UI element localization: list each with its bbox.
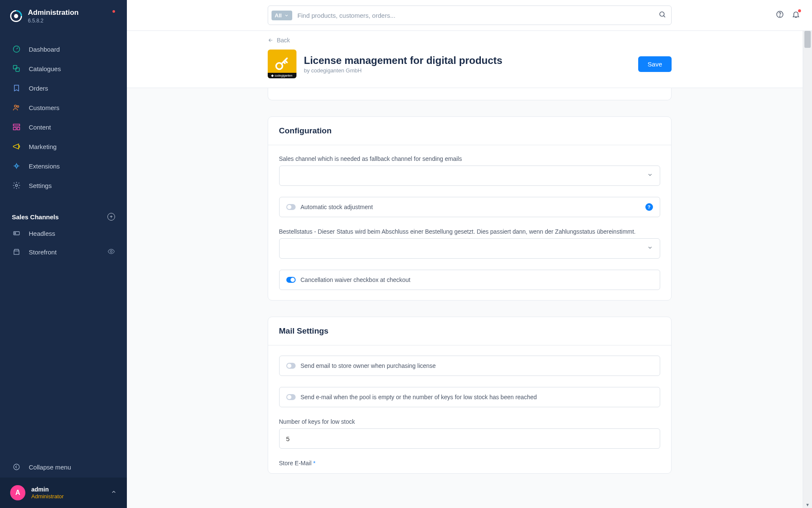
pool-empty-label: Send e-mail when the pool is empty or th… <box>301 394 537 400</box>
nav-label: Catalogues <box>29 65 61 72</box>
collapse-label: Collapse menu <box>29 464 71 471</box>
svg-rect-10 <box>16 165 18 167</box>
svg-point-17 <box>660 12 664 17</box>
page-subtitle: by codegiganten GmbH <box>304 67 502 74</box>
search-filter-button[interactable]: All <box>272 11 293 20</box>
auto-stock-toggle[interactable] <box>286 204 296 210</box>
nav-label: Settings <box>29 182 52 189</box>
back-label: Back <box>277 37 290 44</box>
notification-dot-icon <box>798 9 801 12</box>
storefront-icon <box>12 247 21 257</box>
help-icon[interactable] <box>776 10 784 20</box>
scroll-down-icon[interactable]: ▼ <box>803 502 812 507</box>
channel-label: Storefront <box>29 248 57 256</box>
nav-label: Extensions <box>29 163 60 170</box>
scrollbar-thumb[interactable] <box>804 31 811 48</box>
dashboard-icon <box>12 44 21 54</box>
nav-item-extensions[interactable]: Extensions <box>0 156 127 176</box>
search-box: All <box>268 6 672 25</box>
sales-channel-storefront[interactable]: Storefront <box>0 243 127 261</box>
sales-channel-headless[interactable]: Headless <box>0 224 127 243</box>
settings-icon <box>12 181 21 190</box>
search-filter-label: All <box>275 12 282 19</box>
nav-label: Customers <box>29 104 60 111</box>
svg-rect-8 <box>14 127 16 130</box>
user-role: Administrator <box>31 493 64 500</box>
nav-item-settings[interactable]: Settings <box>0 176 127 195</box>
order-status-label: Bestellstatus - Dieser Status wird beim … <box>279 228 660 235</box>
nav-item-orders[interactable]: Orders <box>0 78 127 98</box>
channel-label: Headless <box>29 230 55 237</box>
search-icon[interactable] <box>658 11 666 20</box>
nav-item-marketing[interactable]: Marketing <box>0 137 127 156</box>
sales-channels-header: Sales Channels + <box>0 207 127 224</box>
card-title: Configuration <box>268 117 671 145</box>
nav-item-dashboard[interactable]: Dashboard <box>0 39 127 59</box>
nav-label: Orders <box>29 85 48 92</box>
cancel-waiver-row: Cancellation waiver checkbox at checkout <box>279 270 660 290</box>
sidebar-header: Administration 6.5.8.2 <box>0 0 127 30</box>
key-icon <box>274 55 291 72</box>
chevron-down-icon <box>284 13 289 18</box>
plugin-badge: ◆codegiganten <box>268 73 296 78</box>
sidebar-nav: Dashboard Catalogues Orders Customers Co… <box>0 39 127 195</box>
stub-field <box>278 88 661 92</box>
owner-email-label: Send email to store owner when purchasin… <box>301 362 436 369</box>
sales-channel-select[interactable] <box>279 166 660 186</box>
chevron-down-icon <box>647 172 653 179</box>
sidebar-version: 6.5.8.2 <box>28 18 79 24</box>
nav-label: Dashboard <box>29 46 60 53</box>
add-sales-channel-button[interactable]: + <box>107 213 115 221</box>
low-stock-input[interactable] <box>279 428 660 449</box>
owner-email-toggle[interactable] <box>286 363 296 369</box>
extensions-icon <box>12 161 21 171</box>
search-input[interactable] <box>297 12 658 19</box>
svg-point-15 <box>110 250 112 252</box>
user-menu-button[interactable]: A admin Administrator <box>0 478 127 508</box>
svg-rect-4 <box>16 68 19 71</box>
nav-item-content[interactable]: Content <box>0 117 127 137</box>
topbar: All <box>127 0 812 31</box>
eye-icon[interactable] <box>107 248 115 257</box>
avatar: A <box>10 485 25 500</box>
owner-email-row: Send email to store owner when purchasin… <box>279 356 660 376</box>
configuration-card: Configuration Sales channel which is nee… <box>268 116 672 301</box>
cancel-waiver-toggle[interactable] <box>286 277 296 283</box>
order-status-select[interactable] <box>279 238 660 259</box>
back-button[interactable]: Back <box>268 37 672 44</box>
main: All Back <box>127 0 812 508</box>
notifications-icon[interactable] <box>792 10 800 20</box>
page-header: Back ◆codegiganten License management fo… <box>127 31 812 88</box>
svg-point-1 <box>14 14 18 18</box>
card-title: Mail Settings <box>268 317 671 345</box>
auto-stock-label: Automatic stock adjustment <box>301 204 373 210</box>
svg-point-11 <box>16 185 18 187</box>
svg-point-19 <box>779 16 780 17</box>
svg-rect-3 <box>14 66 17 69</box>
page-title: License management for digital products <box>304 55 502 66</box>
previous-card-stub <box>268 88 672 100</box>
nav-item-customers[interactable]: Customers <box>0 98 127 117</box>
svg-rect-13 <box>15 233 16 234</box>
sidebar: Administration 6.5.8.2 Dashboard Catalog… <box>0 0 127 508</box>
nav-label: Content <box>29 124 51 131</box>
save-button[interactable]: Save <box>638 56 671 72</box>
nav-item-catalogues[interactable]: Catalogues <box>0 59 127 78</box>
sales-channel-label: Sales channel which is needed as fallbac… <box>279 155 660 162</box>
arrow-left-icon <box>268 37 274 43</box>
scrollbar[interactable]: ▼ <box>803 31 812 508</box>
info-icon[interactable]: ? <box>645 203 653 211</box>
update-indicator-icon <box>112 10 115 13</box>
collapse-icon <box>12 462 21 472</box>
pool-empty-toggle[interactable] <box>286 394 296 400</box>
content-scroll[interactable]: Configuration Sales channel which is nee… <box>127 88 812 508</box>
catalogue-icon <box>12 64 21 73</box>
orders-icon <box>12 83 21 93</box>
low-stock-label: Number of keys for low stock <box>279 418 660 425</box>
pool-empty-row: Send e-mail when the pool is empty or th… <box>279 387 660 407</box>
collapse-menu-button[interactable]: Collapse menu <box>0 456 127 478</box>
svg-point-6 <box>17 105 19 107</box>
nav-label: Marketing <box>29 143 57 150</box>
chevron-up-icon <box>111 489 117 497</box>
store-email-label: Store E-Mail * <box>279 460 660 467</box>
